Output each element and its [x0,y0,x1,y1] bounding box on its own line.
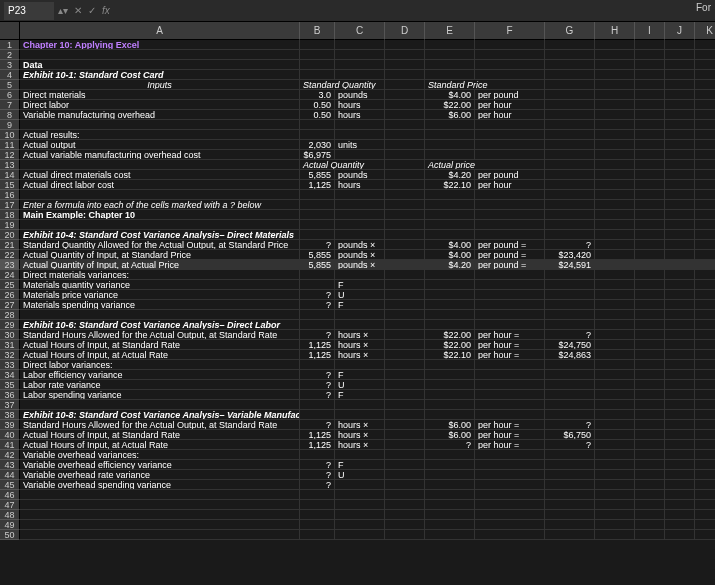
cell-G4[interactable] [545,70,595,80]
cell-C39[interactable]: hours × [335,420,385,430]
cell-H46[interactable] [595,490,635,500]
cell-F47[interactable] [475,500,545,510]
row-header-47[interactable]: 47 [0,500,20,510]
cell-I21[interactable] [635,240,665,250]
cell-K26[interactable] [695,290,715,300]
cell-D43[interactable] [385,460,425,470]
cell-G9[interactable] [545,120,595,130]
cell-J43[interactable] [665,460,695,470]
cell-D42[interactable] [385,450,425,460]
cell-I19[interactable] [635,220,665,230]
cell-F17[interactable] [475,200,545,210]
cell-K3[interactable] [695,60,715,70]
row-header-18[interactable]: 18 [0,210,20,220]
cell-G36[interactable] [545,390,595,400]
row-header-49[interactable]: 49 [0,520,20,530]
cell-H26[interactable] [595,290,635,300]
cell-J48[interactable] [665,510,695,520]
cell-F32[interactable]: per hour = [475,350,545,360]
cell-D25[interactable] [385,280,425,290]
cell-K41[interactable] [695,440,715,450]
cell-C14[interactable]: pounds [335,170,385,180]
cell-J39[interactable] [665,420,695,430]
cell-G15[interactable] [545,180,595,190]
cell-J23[interactable] [665,260,695,270]
cell-I2[interactable] [635,50,665,60]
cell-I50[interactable] [635,530,665,540]
cell-E39[interactable]: $6.00 [425,420,475,430]
cell-G24[interactable] [545,270,595,280]
cell-C3[interactable] [335,60,385,70]
cell-J25[interactable] [665,280,695,290]
cell-I42[interactable] [635,450,665,460]
cell-C22[interactable]: pounds × [335,250,385,260]
cell-A38[interactable]: Exhibit 10-8: Standard Cost Variance Ana… [20,410,300,420]
cell-B38[interactable] [300,410,335,420]
cell-I11[interactable] [635,140,665,150]
cell-F15[interactable]: per hour [475,180,545,190]
cell-G31[interactable]: $24,750 [545,340,595,350]
cell-H42[interactable] [595,450,635,460]
row-header-27[interactable]: 27 [0,300,20,310]
cell-G30[interactable]: ? [545,330,595,340]
cell-A1[interactable]: Chapter 10: Applying Excel [20,40,300,50]
cell-C15[interactable]: hours [335,180,385,190]
cell-F50[interactable] [475,530,545,540]
cell-I28[interactable] [635,310,665,320]
cancel-icon[interactable]: ✕ [74,5,82,16]
row-header-28[interactable]: 28 [0,310,20,320]
cell-J15[interactable] [665,180,695,190]
cell-I9[interactable] [635,120,665,130]
cell-E33[interactable] [425,360,475,370]
cell-E50[interactable] [425,530,475,540]
cell-K47[interactable] [695,500,715,510]
cell-A25[interactable]: Materials quantity variance [20,280,300,290]
cell-D26[interactable] [385,290,425,300]
cell-E11[interactable] [425,140,475,150]
cell-I45[interactable] [635,480,665,490]
cell-K5[interactable] [695,80,715,90]
cell-I8[interactable] [635,110,665,120]
cell-E14[interactable]: $4.20 [425,170,475,180]
cell-F48[interactable] [475,510,545,520]
cell-I15[interactable] [635,180,665,190]
cell-H20[interactable] [595,230,635,240]
cell-B25[interactable] [300,280,335,290]
cell-I16[interactable] [635,190,665,200]
cell-C38[interactable] [335,410,385,420]
cell-J35[interactable] [665,380,695,390]
cell-A41[interactable]: Actual Hours of Input, at Actual Rate [20,440,300,450]
cell-D39[interactable] [385,420,425,430]
row-header-25[interactable]: 25 [0,280,20,290]
cell-B20[interactable] [300,230,335,240]
cell-A21[interactable]: Standard Quantity Allowed for the Actual… [20,240,300,250]
col-header-H[interactable]: H [595,22,635,40]
cell-F3[interactable] [475,60,545,70]
cell-D24[interactable] [385,270,425,280]
row-header-22[interactable]: 22 [0,250,20,260]
cell-D45[interactable] [385,480,425,490]
col-header-G[interactable]: G [545,22,595,40]
row-header-8[interactable]: 8 [0,110,20,120]
cell-K32[interactable] [695,350,715,360]
cell-C25[interactable]: F [335,280,385,290]
cell-B42[interactable] [300,450,335,460]
cell-E21[interactable]: $4.00 [425,240,475,250]
cell-G19[interactable] [545,220,595,230]
cell-G17[interactable] [545,200,595,210]
cell-A22[interactable]: Actual Quantity of Input, at Standard Pr… [20,250,300,260]
cell-E23[interactable]: $4.20 [425,260,475,270]
cell-G44[interactable] [545,470,595,480]
cell-J26[interactable] [665,290,695,300]
cell-D9[interactable] [385,120,425,130]
cell-G43[interactable] [545,460,595,470]
cell-K30[interactable] [695,330,715,340]
spreadsheet-grid[interactable]: ABCDEFGHIJK1Chapter 10: Applying Excel23… [0,22,715,540]
cell-A12[interactable]: Actual variable manufacturing overhead c… [20,150,300,160]
cell-K7[interactable] [695,100,715,110]
cell-H38[interactable] [595,410,635,420]
cell-H50[interactable] [595,530,635,540]
cell-F46[interactable] [475,490,545,500]
cell-I47[interactable] [635,500,665,510]
cell-G12[interactable] [545,150,595,160]
